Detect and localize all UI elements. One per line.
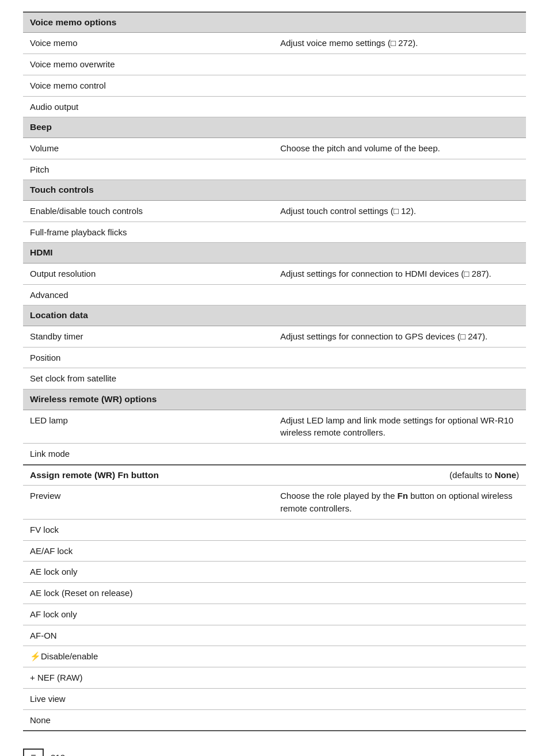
row-left-cell: Output resolution	[23, 263, 274, 284]
row-right-cell: Choose the pitch and volume of the beep.	[274, 138, 526, 159]
row-right-cell	[274, 368, 526, 390]
row-right-cell: Adjust settings for connection to HDMI d…	[274, 263, 526, 284]
row-left-cell: AE/AF lock	[23, 540, 274, 562]
row-right-cell	[274, 75, 526, 96]
row-right-cell	[274, 625, 526, 646]
row-right-cell	[274, 646, 526, 667]
section-header-cell: Wireless remote (WR) options	[23, 390, 526, 410]
row-right-cell	[274, 604, 526, 625]
page-number: 312	[51, 753, 65, 756]
row-right-cell	[274, 562, 526, 583]
table-row: None	[23, 709, 526, 731]
row-left-cell: + NEF (RAW)	[23, 667, 274, 689]
footer-icon: ≡	[23, 749, 44, 756]
row-right-cell	[274, 540, 526, 562]
table-row: Output resolutionAdjust settings for con…	[23, 263, 526, 284]
row-right-cell	[274, 96, 526, 117]
row-left-cell: Pitch	[23, 159, 274, 180]
table-row: Standby timerAdjust settings for connect…	[23, 326, 526, 347]
table-row: + NEF (RAW)	[23, 667, 526, 689]
row-right-cell	[274, 347, 526, 368]
table-row: Full-frame playback flicks	[23, 222, 526, 243]
main-table: Voice memo optionsVoice memoAdjust voice…	[23, 12, 526, 731]
table-row: Enable/disable touch controlsAdjust touc…	[23, 200, 526, 222]
row-left-cell: Full-frame playback flicks	[23, 222, 274, 243]
row-left-cell: Voice memo overwrite	[23, 54, 274, 75]
table-row: AE lock (Reset on release)	[23, 583, 526, 604]
table-row: AE lock only	[23, 562, 526, 583]
row-left-cell: Advanced	[23, 284, 274, 306]
assign-header-left: Assign remote (WR) Fn button	[23, 465, 274, 486]
table-row: PreviewChoose the role played by the Fn …	[23, 486, 526, 520]
row-right-cell: Adjust voice memo settings (□ 272).	[274, 33, 526, 54]
section-header-cell: Beep	[23, 117, 526, 138]
section-header-cell: Location data	[23, 306, 526, 326]
row-left-cell: Standby timer	[23, 326, 274, 347]
table-row: Voice memoAdjust voice memo settings (□ …	[23, 33, 526, 54]
row-right-cell: Adjust LED lamp and link mode settings f…	[274, 410, 526, 444]
table-row: Voice memo control	[23, 75, 526, 96]
row-right-cell	[274, 519, 526, 540]
table-row: Position	[23, 347, 526, 368]
table-row: AF-ON	[23, 625, 526, 646]
section-header-cell: Touch controls	[23, 180, 526, 200]
row-left-cell: Enable/disable touch controls	[23, 200, 274, 222]
row-left-cell: AF-ON	[23, 625, 274, 646]
row-left-cell: AE lock only	[23, 562, 274, 583]
footer-icon-symbol: ≡	[30, 752, 36, 756]
row-left-cell: FV lock	[23, 519, 274, 540]
row-right-cell	[274, 688, 526, 709]
row-left-cell: ⚡Disable/enable	[23, 646, 274, 667]
row-left-cell: Voice memo control	[23, 75, 274, 96]
row-left-cell: None	[23, 709, 274, 731]
row-left-cell: Volume	[23, 138, 274, 159]
row-right-cell: Choose the role played by the Fn button …	[274, 486, 526, 520]
table-row: LED lampAdjust LED lamp and link mode se…	[23, 410, 526, 444]
row-left-cell: Position	[23, 347, 274, 368]
row-right-cell	[274, 583, 526, 604]
table-row: Set clock from satellite	[23, 368, 526, 390]
row-left-cell: AF lock only	[23, 604, 274, 625]
row-left-cell: Set clock from satellite	[23, 368, 274, 390]
row-left-cell: Link mode	[23, 444, 274, 465]
page-footer: ≡ 312	[23, 749, 526, 756]
row-left-cell: Audio output	[23, 96, 274, 117]
table-row: Live view	[23, 688, 526, 709]
table-row: Link mode	[23, 444, 526, 465]
row-right-cell: Adjust touch control settings (□ 12).	[274, 200, 526, 222]
row-right-cell	[274, 444, 526, 465]
row-left-cell: Voice memo	[23, 33, 274, 54]
table-row: VolumeChoose the pitch and volume of the…	[23, 138, 526, 159]
row-right-cell	[274, 159, 526, 180]
row-left-cell: LED lamp	[23, 410, 274, 444]
row-right-cell	[274, 667, 526, 689]
section-header-cell: Voice memo options	[23, 12, 526, 33]
assign-header-right: (defaults to None)	[274, 465, 526, 486]
table-row: AF lock only	[23, 604, 526, 625]
row-right-cell	[274, 709, 526, 731]
table-row: ⚡Disable/enable	[23, 646, 526, 667]
table-row: Voice memo overwrite	[23, 54, 526, 75]
table-row: Pitch	[23, 159, 526, 180]
row-right-cell	[274, 284, 526, 306]
row-left-cell: AE lock (Reset on release)	[23, 583, 274, 604]
table-row: AE/AF lock	[23, 540, 526, 562]
row-left-cell: Preview	[23, 486, 274, 520]
row-left-cell: Live view	[23, 688, 274, 709]
table-row: Advanced	[23, 284, 526, 306]
section-header-cell: HDMI	[23, 243, 526, 263]
table-row: Audio output	[23, 96, 526, 117]
row-right-cell: Adjust settings for connection to GPS de…	[274, 326, 526, 347]
table-row: FV lock	[23, 519, 526, 540]
row-right-cell	[274, 222, 526, 243]
row-right-cell	[274, 54, 526, 75]
